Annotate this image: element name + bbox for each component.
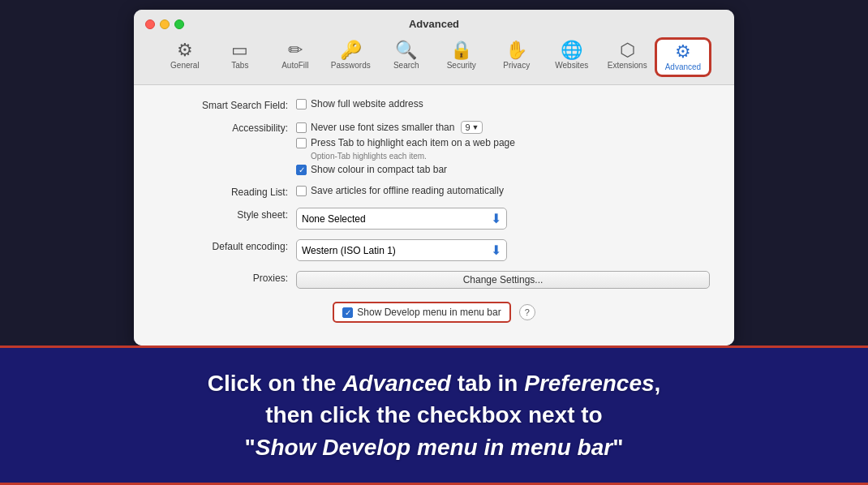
style-sheet-row: Style sheet: None Selected ⬇ [158, 208, 710, 230]
develop-menu-label: Show Develop menu in menu bar [357, 307, 501, 318]
tab-highlight-checkbox[interactable] [296, 138, 307, 148]
help-button[interactable]: ? [519, 304, 535, 320]
style-sheet-select[interactable]: None Selected ⬇ [296, 208, 507, 230]
advanced-icon: ⚙ [675, 43, 691, 61]
encoding-content: Western (ISO Latin 1) ⬇ [296, 239, 710, 261]
tab-extensions-label: Extensions [608, 61, 647, 70]
tab-general-label: General [170, 61, 200, 70]
mac-window: Advanced ⚙ General ▭ Tabs ✏ AutoFill 🔑 P… [134, 10, 734, 346]
accessibility-row: Accessibility: Never use font sizes smal… [158, 121, 710, 175]
tab-autofill-label: AutoFill [281, 61, 308, 70]
reading-list-row: Reading List: Save articles for offline … [158, 185, 710, 198]
proxies-button[interactable]: Change Settings... [296, 271, 710, 289]
smart-search-checkbox-row: Show full website address [296, 98, 710, 109]
autofill-icon: ✏ [288, 41, 303, 59]
colour-checkbox[interactable]: ✓ [296, 165, 307, 175]
font-size-arrow: ▼ [472, 123, 479, 131]
tab-privacy[interactable]: ✋ Privacy [489, 38, 544, 76]
fullscreen-button[interactable] [174, 19, 184, 29]
smart-search-row: Smart Search Field: Show full website ad… [158, 98, 710, 111]
settings-content: Smart Search Field: Show full website ad… [134, 85, 734, 346]
style-sheet-arrow: ⬇ [491, 211, 501, 226]
banner-line3: "Show Develop menu in menu bar" [245, 435, 624, 460]
accessibility-content: Never use font sizes smaller than 9 ▼ Pr… [296, 121, 710, 175]
tab-general[interactable]: ⚙ General [157, 38, 213, 76]
font-size-value: 9 [465, 122, 470, 132]
colour-label: Show colour in compact tab bar [311, 164, 447, 175]
reading-list-checkbox-label: Save articles for offline reading automa… [311, 185, 504, 196]
encoding-row: Default encoding: Western (ISO Latin 1) … [158, 239, 710, 261]
tab-autofill[interactable]: ✏ AutoFill [268, 38, 323, 76]
passwords-icon: 🔑 [340, 41, 362, 59]
toolbar: ⚙ General ▭ Tabs ✏ AutoFill 🔑 Passwords … [157, 36, 711, 79]
tab-tabs-label: Tabs [231, 61, 248, 70]
reading-list-checkbox-row: Save articles for offline reading automa… [296, 185, 710, 196]
tab-extensions[interactable]: ⬡ Extensions [599, 38, 655, 76]
close-button[interactable] [145, 19, 155, 29]
websites-icon: 🌐 [561, 41, 582, 59]
reading-list-label: Reading List: [158, 185, 296, 198]
tab-search[interactable]: 🔍 Search [379, 38, 434, 76]
tab-websites-label: Websites [555, 61, 588, 70]
style-sheet-label: Style sheet: [158, 208, 296, 221]
tab-passwords-label: Passwords [331, 61, 371, 70]
smart-search-checkbox-label: Show full website address [311, 98, 423, 109]
develop-row: ✓ Show Develop menu in menu bar ? [158, 298, 710, 323]
security-icon: 🔒 [450, 41, 472, 59]
develop-row-wrapper: ✓ Show Develop menu in menu bar ? [333, 302, 535, 323]
encoding-select[interactable]: Western (ISO Latin 1) ⬇ [296, 239, 507, 261]
tab-highlight-label: Press Tab to highlight each item on a we… [311, 137, 515, 148]
style-sheet-value: None Selected [302, 213, 366, 225]
tabs-icon: ▭ [231, 41, 248, 59]
tab-advanced-label: Advanced [665, 62, 701, 71]
help-icon: ? [525, 307, 530, 317]
proxies-row: Proxies: Change Settings... [158, 271, 710, 289]
tab-privacy-label: Privacy [503, 61, 530, 70]
proxies-label: Proxies: [158, 271, 296, 284]
bottom-banner: Click on the Advanced tab in Preferences… [0, 346, 868, 485]
window-title: Advanced [409, 18, 459, 30]
encoding-arrow: ⬇ [491, 242, 501, 258]
develop-checkbox-area: ✓ Show Develop menu in menu bar [333, 302, 510, 323]
reading-list-checkbox[interactable] [296, 186, 307, 196]
encoding-label: Default encoding: [158, 239, 296, 252]
font-size-checkbox[interactable] [296, 122, 307, 133]
search-icon: 🔍 [395, 41, 417, 59]
general-icon: ⚙ [177, 41, 193, 59]
encoding-value: Western (ISO Latin 1) [302, 245, 396, 256]
colour-row: ✓ Show colour in compact tab bar [296, 164, 710, 175]
font-size-select[interactable]: 9 ▼ [461, 121, 483, 134]
banner-line1: Click on the Advanced tab in Preferences… [208, 371, 661, 396]
title-bar: Advanced ⚙ General ▭ Tabs ✏ AutoFill 🔑 P… [134, 10, 734, 85]
tab-security[interactable]: 🔒 Security [434, 38, 489, 76]
privacy-icon: ✋ [505, 41, 527, 59]
font-size-row: Never use font sizes smaller than 9 ▼ [296, 121, 710, 134]
font-size-label: Never use font sizes smaller than [311, 122, 454, 133]
tab-highlight-row: Press Tab to highlight each item on a we… [296, 137, 710, 148]
traffic-lights [145, 19, 184, 29]
reading-list-content: Save articles for offline reading automa… [296, 185, 710, 196]
extensions-icon: ⬡ [620, 41, 635, 59]
app-wrapper: Advanced ⚙ General ▭ Tabs ✏ AutoFill 🔑 P… [0, 0, 868, 485]
develop-checkbox[interactable]: ✓ [342, 307, 353, 318]
tab-passwords[interactable]: 🔑 Passwords [323, 38, 379, 76]
tab-hint-text: Option-Tab highlights each item. [311, 152, 710, 161]
smart-search-content: Show full website address [296, 98, 710, 109]
minimize-button[interactable] [160, 19, 170, 29]
tab-search-label: Search [393, 61, 419, 70]
accessibility-label: Accessibility: [158, 121, 296, 134]
tab-tabs[interactable]: ▭ Tabs [213, 38, 268, 76]
smart-search-label: Smart Search Field: [158, 98, 296, 111]
tab-websites[interactable]: 🌐 Websites [544, 38, 599, 76]
proxies-content: Change Settings... [296, 271, 710, 289]
smart-search-checkbox[interactable] [296, 99, 307, 109]
banner-text: Click on the Advanced tab in Preferences… [208, 367, 661, 463]
tab-security-label: Security [447, 61, 476, 70]
tab-advanced[interactable]: ⚙ Advanced [655, 38, 711, 76]
style-sheet-content: None Selected ⬇ [296, 208, 710, 230]
banner-line2: then click the checkbox next to [265, 402, 602, 427]
